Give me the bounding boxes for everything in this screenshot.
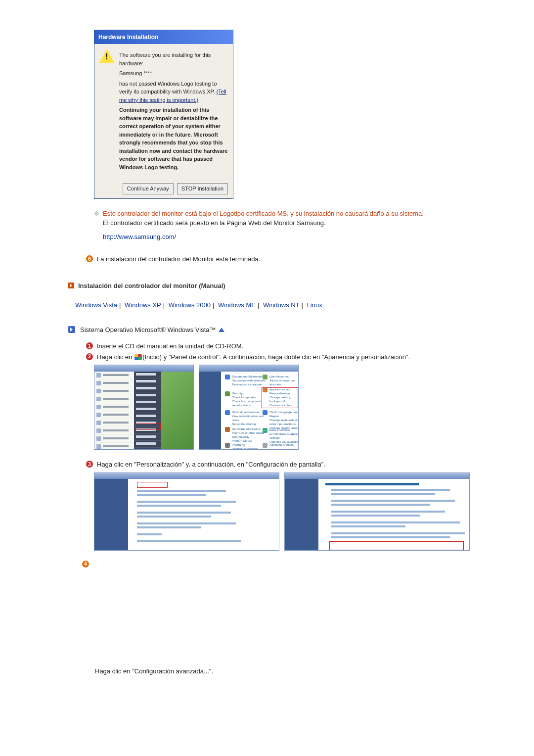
link-windows-me[interactable]: Windows ME [218, 301, 256, 309]
link-windows-xp[interactable]: Windows XP [125, 301, 161, 309]
section-arrow-icon [68, 283, 74, 288]
warning-icon [99, 49, 114, 63]
step-1-badge: 1 [86, 342, 93, 349]
os-links-row: Windows Vista| Windows XP| Windows 2000|… [75, 300, 470, 310]
stop-installation-button[interactable]: STOP Installation [177, 183, 228, 194]
start-orb-icon [134, 354, 142, 360]
step-6-badge: 6 [86, 255, 93, 262]
dialog-warning-text: Continuing your installation of this sof… [119, 106, 228, 171]
screenshot-start-menu [94, 365, 194, 450]
link-windows-2000[interactable]: Windows 2000 [169, 301, 211, 309]
dialog-line1: The software you are installing for this… [119, 51, 228, 67]
sub-play-icon [68, 326, 75, 333]
step-2-badge: 2 [86, 353, 93, 360]
section-title: Instalación del controlador del monitor … [78, 281, 225, 291]
dialog-title: Hardware Installation [94, 30, 233, 44]
continue-anyway-button[interactable]: Continue Anyway [123, 183, 174, 194]
step-1-text: Inserte el CD del manual en la unidad de… [97, 341, 243, 351]
step-3-text: Haga clic en "Personalización" y, a cont… [97, 460, 325, 470]
screenshot-control-panel: System and MaintenanceGet started with W… [199, 365, 299, 450]
link-windows-vista[interactable]: Windows Vista [75, 301, 117, 309]
note-line2: El controlador certificado será puesto e… [103, 219, 326, 227]
note-mark-icon: ※ [94, 209, 103, 219]
samsung-url-link[interactable]: http://www.samsung.com/ [103, 233, 176, 240]
up-triangle-icon [219, 328, 224, 332]
note-line1: Este controlador del monitor está bajo e… [103, 210, 424, 217]
step-4-badge: 4 [82, 561, 89, 567]
hardware-installation-dialog: Hardware Installation The software you a… [94, 30, 233, 199]
step-6-text: La instalación del controlador del Monit… [97, 254, 260, 264]
screenshot-appearance [94, 472, 279, 551]
step-2-text: Haga clic en (Inicio) y "Panel de contro… [97, 352, 410, 362]
dialog-compat-line: has not passed Windows Logo testing to v… [119, 80, 228, 104]
screenshot-personalization [284, 472, 470, 551]
dialog-device: Samsung **** [119, 69, 228, 78]
link-windows-nt[interactable]: Windows NT [263, 301, 300, 309]
sub-title: Sistema Operativo Microsoft® Windows Vis… [80, 325, 216, 335]
advanced-settings-text: Haga clic en "Configuración avanzada..."… [95, 666, 470, 676]
link-linux[interactable]: Linux [307, 301, 322, 309]
step-3-badge: 3 [86, 461, 93, 468]
